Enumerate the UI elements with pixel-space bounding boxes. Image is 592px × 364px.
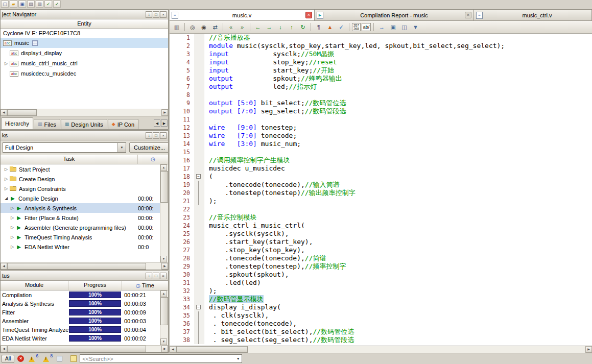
code-line[interactable]: 33//数码管显示模块 xyxy=(170,295,592,303)
status-vertical-scrollbar[interactable]: ▲ ▼ xyxy=(160,290,168,345)
task-row[interactable]: ▷▶EDA Netlist Writer00:0 xyxy=(1,242,160,252)
scroll-right-icon[interactable]: ▶ xyxy=(161,263,168,270)
indent-decrease-icon[interactable]: « xyxy=(226,22,236,32)
code-line[interactable]: 4input stop_key;//reset xyxy=(170,58,592,66)
scroll-track[interactable] xyxy=(37,109,161,116)
refresh-icon[interactable]: ↻ xyxy=(298,22,308,32)
code-line[interactable]: 14wire [3:0] music_num; xyxy=(170,140,592,148)
tab-files[interactable]: ▥Files xyxy=(34,119,60,129)
scroll-thumb[interactable] xyxy=(160,297,168,325)
code-line[interactable]: 31 .led(led) xyxy=(170,279,592,287)
close-tab-icon[interactable]: × xyxy=(465,12,471,18)
scroll-up-icon[interactable]: ▲ xyxy=(160,290,167,297)
search-scope-icon[interactable] xyxy=(70,355,77,362)
code-editor[interactable]: 1//音乐播放器2module music(sysclk,stop_key,st… xyxy=(170,34,592,346)
code-line[interactable]: 36 . tonecode(tonecode), xyxy=(170,320,592,328)
editor-tab[interactable]: music_ctrl.v xyxy=(474,10,592,20)
code-line[interactable]: 3input sysclk;//50M晶振 xyxy=(170,50,592,58)
expander-icon[interactable]: ▷ xyxy=(9,206,16,210)
code-line[interactable]: 9output [5:0] bit_select;//数码管位选 xyxy=(170,99,592,107)
code-line[interactable]: 37 . bit_select(bit_select),//数码管位选 xyxy=(170,328,592,336)
split-window-icon[interactable]: ◫ xyxy=(399,22,409,32)
flow-select-arrow-icon[interactable]: ▼ xyxy=(117,143,126,152)
status-row[interactable]: TimeQuest Timing Analyzer100%00:00:04 xyxy=(1,325,160,334)
task-row[interactable]: ▷▶Assembler (Generate programming files)… xyxy=(1,223,160,232)
editor-horizontal-scrollbar[interactable]: ◀ ▶ xyxy=(170,346,592,353)
scroll-left-icon[interactable]: ◀ xyxy=(1,263,7,270)
verify-icon[interactable]: ✓ xyxy=(53,1,61,8)
editor-tab[interactable]: Compilation Report - music× xyxy=(315,10,474,20)
tab-scroll-right-icon[interactable]: ▶ xyxy=(161,119,168,127)
attach-icon[interactable]: ¶ xyxy=(314,22,324,32)
status-row[interactable]: Analysis & Synthesis100%00:00:03 xyxy=(1,299,160,308)
scroll-thumb[interactable] xyxy=(160,171,168,203)
code-line[interactable]: 15 xyxy=(170,148,592,156)
expander-icon[interactable]: ▷ xyxy=(3,167,10,172)
code-line[interactable]: 30 .spkout(spkout), xyxy=(170,271,592,279)
export-icon[interactable]: ↑ xyxy=(287,22,297,32)
task-row[interactable]: ▷Create Design xyxy=(1,174,160,184)
flow-select[interactable]: Full Design ▼ xyxy=(3,142,126,153)
page-setup-icon[interactable]: ▤ xyxy=(27,1,35,8)
scroll-down-icon[interactable]: ▼ xyxy=(160,338,167,345)
comment-icon[interactable]: ab/ xyxy=(362,23,371,31)
fold-icon[interactable]: − xyxy=(196,174,201,179)
task-row[interactable]: ▷▶Analysis & Synthesis00:00: xyxy=(1,203,160,213)
scroll-thumb[interactable] xyxy=(7,346,146,352)
print-icon[interactable]: ▥ xyxy=(36,1,43,8)
search-input[interactable] xyxy=(80,355,234,362)
tab-hierarchy[interactable]: Hierarchy xyxy=(1,117,33,129)
code-line[interactable]: 5input start_key;//开始 xyxy=(170,66,592,75)
save-icon[interactable]: ▣ xyxy=(18,1,26,8)
expander-icon[interactable]: ▷ xyxy=(9,225,16,230)
code-line[interactable]: 20 .tonestep(tonestep)//输出频率控制字 xyxy=(170,189,592,197)
pin-icon[interactable]: ↓ xyxy=(146,11,152,18)
device-row[interactable]: Cyclone IV E: EP4CE10F17C8 xyxy=(1,29,168,38)
warnings-icon[interactable]: !8 xyxy=(42,355,53,362)
code-line[interactable]: 11 xyxy=(170,115,592,124)
code-line[interactable]: 6output spkout;//蜂鸣器输出 xyxy=(170,75,592,83)
task-row[interactable]: ▷Start Project xyxy=(1,164,160,174)
status-row[interactable]: Assembler100%00:00:03 xyxy=(1,317,160,325)
scroll-track[interactable] xyxy=(146,263,161,270)
code-line[interactable]: 28 .tonecode(tonecode),//简谱 xyxy=(170,254,592,262)
fold-icon[interactable]: − xyxy=(196,305,201,309)
code-line[interactable]: 32); xyxy=(170,287,592,295)
errors-icon[interactable]: × xyxy=(17,355,24,362)
code-line[interactable]: 12wire [9:0] tonestep; xyxy=(170,124,592,132)
time-column-header[interactable]: ◷ Time xyxy=(122,281,168,290)
editor-tab[interactable]: music.v× xyxy=(170,10,315,20)
scroll-right-icon[interactable]: ▶ xyxy=(585,346,592,353)
code-line[interactable]: 16//调用频率控制字产生模块 xyxy=(170,156,592,164)
replace-icon[interactable]: ⇄ xyxy=(210,22,220,32)
expander-icon[interactable]: ▷ xyxy=(9,235,16,239)
close-tab-icon[interactable]: × xyxy=(305,12,312,18)
search-box[interactable]: ▼ xyxy=(80,354,242,363)
code-line[interactable]: 38 . seg_select(seg_select),//数码管段选 xyxy=(170,336,592,344)
expander-icon[interactable]: ▷ xyxy=(9,215,16,220)
scroll-track[interactable] xyxy=(160,203,168,256)
code-line[interactable]: 29 .tonestep(tonestep),//频率控制字 xyxy=(170,262,592,271)
code-line[interactable]: 19 .tonecode(tonecode),//输入简谱 xyxy=(170,181,592,189)
close-icon[interactable]: × xyxy=(160,273,167,279)
module-column-header[interactable]: Module xyxy=(1,281,68,290)
window-icon[interactable]: ▣ xyxy=(388,22,398,32)
code-line[interactable]: 8 xyxy=(170,91,592,99)
indent-increase-icon[interactable]: » xyxy=(237,22,247,32)
find-next-icon[interactable]: ◉ xyxy=(199,22,209,32)
expander-icon[interactable]: ▷ xyxy=(9,245,16,249)
close-icon[interactable]: × xyxy=(160,132,167,139)
bookmark-icon[interactable]: ▼ xyxy=(410,22,420,32)
code-line[interactable]: 26 .start_key(start_key), xyxy=(170,238,592,246)
scroll-left-icon[interactable]: ◀ xyxy=(1,109,7,116)
new-file-icon[interactable]: ▢ xyxy=(1,1,9,8)
syntax-check-icon[interactable]: ✓ xyxy=(336,22,346,32)
tab-scroll-left-icon[interactable]: ◀ xyxy=(154,119,160,127)
code-line[interactable]: 1//音乐播放器 xyxy=(170,34,592,42)
tasks-vertical-scrollbar[interactable]: ▲ ▼ xyxy=(160,164,168,262)
code-line[interactable]: 17musicdec u_musicdec xyxy=(170,164,592,173)
scroll-right-icon[interactable]: ▶ xyxy=(161,109,168,116)
code-line[interactable]: 24music_ctrl i_music_ctrl( xyxy=(170,222,592,230)
scroll-track[interactable] xyxy=(160,325,168,338)
float-icon[interactable]: □ xyxy=(153,273,159,279)
